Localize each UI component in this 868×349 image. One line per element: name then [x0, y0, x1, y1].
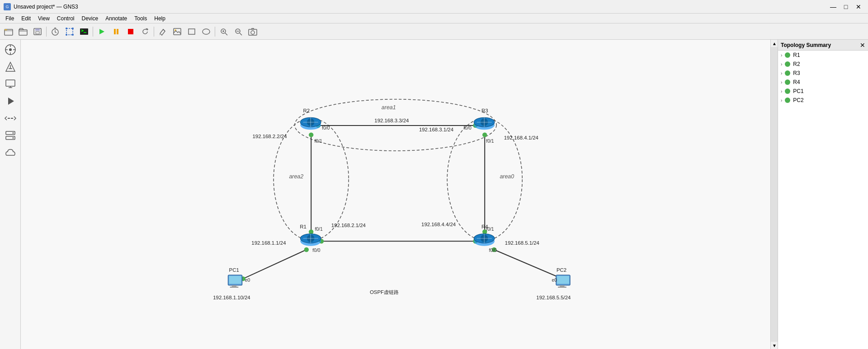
open-button[interactable] — [16, 25, 30, 38]
R3-label: R3 — [481, 108, 488, 113]
pc-PC2[interactable] — [556, 275, 570, 288]
topology-item-R4[interactable]: › R4 — [778, 78, 868, 87]
r4-f0-1-label: f0/1 — [486, 227, 494, 232]
status-dot-PC1 — [785, 88, 790, 94]
start-all-button[interactable] — [95, 25, 108, 38]
right-scroll: ▲ ▼ — [770, 40, 778, 349]
stop-all-button[interactable] — [124, 25, 137, 38]
topology-item-R3[interactable]: › R3 — [778, 69, 868, 78]
svg-point-19 — [203, 29, 210, 34]
pause-all-button[interactable] — [109, 25, 123, 38]
save-button[interactable] — [31, 25, 44, 38]
screenshot-button[interactable] — [246, 25, 259, 38]
status-dot-R2 — [785, 61, 790, 67]
topology-item-PC2[interactable]: › PC2 — [778, 96, 868, 105]
PC1-label: PC1 — [229, 267, 239, 273]
r3-f0-0-label: f0/0 — [463, 126, 472, 130]
svg-rect-87 — [558, 287, 566, 288]
close-button[interactable]: ✕ — [853, 2, 864, 11]
svg-point-9 — [66, 34, 67, 36]
svg-point-52 — [304, 247, 309, 252]
r3-ip-right-label: 192.168.4.1/24 — [504, 135, 539, 140]
new-folder-button[interactable] — [2, 25, 15, 38]
svg-line-42 — [243, 250, 307, 279]
all-devices-button[interactable] — [2, 42, 19, 58]
area1-label: area1 — [382, 104, 396, 111]
zoom-in-button[interactable] — [217, 25, 231, 38]
router-R4[interactable] — [474, 234, 495, 246]
r4-ip-right-label: 192.168.5.1/24 — [505, 240, 540, 246]
reload-button[interactable] — [138, 25, 152, 38]
pc1-ip-label: 192.168.1.10/24 — [213, 295, 250, 300]
ospf-label: OSPF虚链路 — [370, 289, 399, 295]
r3-ip-left-label: 192.168.3.1/24 — [419, 127, 454, 132]
svg-point-47 — [309, 229, 313, 234]
server-button[interactable] — [2, 127, 19, 144]
zoom-out-button[interactable] — [231, 25, 245, 38]
ellipse-button[interactable] — [199, 25, 213, 38]
svg-rect-13 — [114, 29, 116, 34]
svg-point-46 — [309, 133, 313, 137]
router-device-button[interactable] — [2, 59, 19, 75]
svg-point-25 — [9, 48, 12, 51]
edit-mode-button[interactable] — [63, 25, 76, 38]
topology-panel-header: Topology Summary ✕ — [778, 40, 868, 51]
scroll-down-button[interactable]: ▼ — [771, 342, 778, 349]
topology-panel: Topology Summary ✕ › R1 › R2 › R3 › R4 ›… — [778, 40, 868, 349]
window-controls: — □ ✕ — [827, 2, 864, 11]
topology-item-R1[interactable]: › R1 — [778, 51, 868, 60]
status-dot-PC2 — [785, 98, 790, 103]
router-R3[interactable] — [474, 117, 495, 130]
menu-help[interactable]: Help — [151, 14, 169, 23]
annotate-edit-button[interactable] — [156, 25, 170, 38]
topology-panel-title: Topology Summary — [781, 42, 831, 48]
menu-bar: File Edit View Control Device Annotate T… — [0, 14, 868, 23]
R2-label: R2 — [303, 108, 310, 113]
rectangle-button[interactable] — [185, 25, 198, 38]
r2-f0-0-label: f0/0 — [322, 126, 330, 130]
topology-label-PC2: PC2 — [793, 97, 803, 103]
scroll-up-button[interactable]: ▲ — [771, 40, 778, 47]
menu-view[interactable]: View — [34, 14, 53, 23]
chevron-R4: › — [781, 80, 782, 85]
router-R1[interactable] — [300, 234, 321, 246]
chevron-R1: › — [781, 53, 782, 58]
timer-button[interactable] — [48, 25, 62, 38]
menu-control[interactable]: Control — [53, 14, 78, 23]
svg-line-43 — [494, 250, 562, 279]
chevron-R3: › — [781, 71, 782, 76]
separator-4 — [215, 27, 215, 37]
svg-point-23 — [251, 31, 255, 34]
links-button[interactable] — [2, 110, 19, 126]
menu-edit[interactable]: Edit — [18, 14, 34, 23]
r3-f0-1-label: f0/1 — [486, 139, 494, 144]
minimize-button[interactable]: — — [827, 2, 839, 11]
svg-rect-11 — [80, 28, 88, 35]
image-button[interactable] — [170, 25, 184, 38]
cloud-button[interactable] — [2, 144, 19, 161]
menu-device[interactable]: Device — [78, 14, 102, 23]
maximize-button[interactable]: □ — [840, 2, 852, 11]
topology-item-R2[interactable]: › R2 — [778, 60, 868, 69]
pc-PC1[interactable] — [228, 275, 242, 288]
area0-label: area0 — [500, 173, 514, 180]
menu-annotate[interactable]: Annotate — [102, 14, 131, 23]
separator-3 — [154, 27, 154, 37]
r1-f0-0-label: f0/0 — [312, 248, 321, 253]
monitor-button[interactable] — [2, 76, 19, 92]
chevron-PC1: › — [781, 89, 782, 94]
topology-panel-close[interactable]: ✕ — [860, 42, 865, 49]
play-button[interactable] — [2, 93, 19, 109]
menu-tools[interactable]: Tools — [131, 14, 151, 23]
router-R2[interactable] — [300, 117, 321, 130]
svg-point-48 — [482, 133, 487, 137]
title-bar: G Unsaved project* — GNS3 — □ ✕ — [0, 0, 868, 14]
topology-item-PC1[interactable]: › PC1 — [778, 87, 868, 96]
PC2-label: PC2 — [557, 267, 566, 273]
console-button[interactable] — [77, 25, 91, 38]
r1-ip-label: 192.168.2.1/24 — [331, 223, 366, 228]
canvas-area[interactable]: area1 area2 area0 — [21, 40, 770, 349]
area2-label: area2 — [289, 173, 303, 180]
menu-file[interactable]: File — [2, 14, 18, 23]
svg-rect-29 — [6, 80, 15, 86]
